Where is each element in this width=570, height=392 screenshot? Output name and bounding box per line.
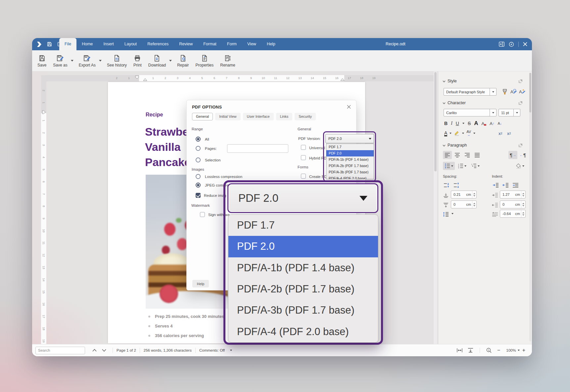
grow-font-button[interactable]: A↑: [490, 121, 494, 126]
top-margin-marker[interactable]: [42, 110, 46, 114]
properties-button[interactable]: Properties: [192, 53, 217, 69]
style-section-title[interactable]: Style: [448, 79, 457, 83]
export-as-button[interactable]: Export As: [75, 53, 99, 69]
create-pdf-checkbox[interactable]: [301, 174, 306, 179]
range-selection-radio[interactable]: [196, 157, 201, 162]
see-history-button[interactable]: See history: [104, 53, 130, 69]
clone-formatting-icon[interactable]: [501, 88, 508, 96]
vertical-ruler[interactable]: 21 1234567891011121314151617181920: [41, 75, 46, 344]
lossless-radio[interactable]: [196, 174, 201, 179]
dialog-close-icon[interactable]: [346, 104, 352, 109]
bold-button[interactable]: B: [444, 121, 448, 126]
comments-dropdown-icon[interactable]: [227, 346, 235, 354]
right-indent-marker[interactable]: [340, 78, 345, 81]
quick-save-icon[interactable]: [47, 42, 52, 47]
search-previous-icon[interactable]: [90, 346, 99, 354]
menu-tab[interactable]: Review: [174, 38, 198, 50]
font-size-select[interactable]: 11 pt: [499, 109, 520, 116]
collapse-chevron-icon[interactable]: [443, 80, 446, 82]
menu-tab[interactable]: Home: [76, 38, 98, 50]
zoom-in-button[interactable]: +: [520, 347, 528, 353]
char-spacing-button[interactable]: AV↔: [466, 130, 471, 137]
subscript-button[interactable]: x2: [507, 131, 511, 136]
chevron-down-icon[interactable]: [490, 109, 496, 116]
highlight-options-icon[interactable]: [462, 133, 464, 134]
dialog-tab[interactable]: Initial View: [215, 113, 240, 120]
stepper[interactable]: [521, 191, 525, 198]
dialog-tab[interactable]: Security: [295, 113, 316, 120]
update-style-icon[interactable]: A: [510, 88, 517, 96]
paragraph-section-title[interactable]: Paragraph: [448, 143, 467, 148]
new-style-icon[interactable]: A: [518, 88, 526, 96]
font-color-button[interactable]: A: [444, 131, 447, 136]
pages-input[interactable]: [227, 144, 288, 153]
magnified-pdf-version-select[interactable]: PDF 2.0: [227, 183, 378, 213]
save-as-dropdown-icon[interactable]: [71, 60, 73, 62]
fit-width-icon[interactable]: [454, 346, 465, 354]
increase-spacing-button[interactable]: [442, 181, 451, 189]
universal-checkbox[interactable]: [301, 145, 306, 150]
align-justify-button[interactable]: [473, 151, 482, 159]
collapse-chevron-icon[interactable]: [443, 145, 446, 147]
numbered-list-button[interactable]: 123: [456, 162, 468, 170]
hanging-indent-button[interactable]: [511, 181, 520, 189]
ltr-direction-button[interactable]: ¶→: [508, 151, 517, 159]
char-spacing-options-icon[interactable]: [473, 133, 475, 134]
indent-before-field[interactable]: 1.27 cm: [500, 191, 526, 198]
underline-button[interactable]: U: [456, 121, 459, 126]
align-left-button[interactable]: [443, 151, 452, 159]
save-as-button[interactable]: Save as: [50, 53, 71, 69]
pdf-version-option-magnified[interactable]: PDF 1.7: [228, 215, 378, 236]
zoom-reset-icon[interactable]: 1: [484, 346, 495, 354]
align-center-button[interactable]: [453, 151, 462, 159]
increase-indent-button[interactable]: [491, 181, 500, 189]
fit-page-icon[interactable]: [465, 346, 476, 354]
feedback-compass-icon[interactable]: [509, 42, 514, 47]
range-pages-radio[interactable]: [196, 146, 201, 151]
repair-button[interactable]: Repair: [174, 53, 192, 69]
superscript-button[interactable]: x2: [499, 131, 502, 136]
outline-list-button[interactable]: 1: [469, 162, 481, 170]
menu-tab[interactable]: File: [59, 38, 76, 50]
menu-tab[interactable]: Layout: [119, 38, 142, 50]
dialog-tab[interactable]: User Interface: [243, 113, 274, 120]
document-scrollbar[interactable]: [434, 71, 437, 344]
page-indicator[interactable]: Page 1 of 2: [117, 348, 136, 352]
reduce-image-checkbox[interactable]: [196, 193, 201, 198]
decrease-spacing-button[interactable]: [452, 181, 461, 189]
menu-tab[interactable]: View: [242, 38, 261, 50]
menu-tab[interactable]: Form: [222, 38, 242, 50]
character-dialog-launcher-icon[interactable]: [519, 101, 522, 105]
pdf-version-option-magnified[interactable]: PDF/A-2b (PDF 1.7 base): [228, 279, 378, 300]
hanging-indent-field[interactable]: -0.64 cm: [500, 210, 526, 218]
scrollbar-thumb[interactable]: [529, 73, 531, 112]
rename-button[interactable]: Rename: [217, 53, 238, 69]
menu-tab[interactable]: References: [142, 38, 174, 50]
chevron-down-icon[interactable]: [513, 109, 520, 116]
menu-tab[interactable]: Format: [198, 38, 222, 50]
menu-tab[interactable]: Help: [261, 38, 281, 50]
scrollbar-thumb[interactable]: [434, 72, 437, 171]
collapse-toolbar-icon[interactable]: [499, 42, 504, 47]
bullet-list-button[interactable]: [443, 162, 455, 170]
pdf-version-option-magnified[interactable]: PDF/A-3b (PDF 1.7 base): [228, 300, 378, 321]
zoom-out-button[interactable]: −: [495, 347, 503, 353]
paragraph-style-select[interactable]: Default Paragraph Style: [444, 88, 497, 96]
left-indent-marker[interactable]: [143, 78, 147, 81]
pdf-version-option-magnified[interactable]: PDF/A-4 (PDF 2.0 base): [228, 321, 378, 342]
sign-watermark-checkbox[interactable]: [200, 212, 205, 217]
italic-button[interactable]: I: [451, 121, 452, 126]
print-button[interactable]: Print: [130, 53, 145, 69]
menu-tab[interactable]: Insert: [98, 38, 119, 50]
space-above-field[interactable]: 0.21 cm: [451, 191, 477, 198]
stepper[interactable]: [521, 210, 525, 217]
search-next-icon[interactable]: [99, 346, 109, 354]
highlight-color-button[interactable]: [454, 130, 460, 136]
shrink-font-button[interactable]: A↓: [498, 121, 501, 125]
clear-formatting-button[interactable]: A: [482, 121, 485, 126]
save-button[interactable]: Save: [34, 53, 50, 69]
jpeg-radio[interactable]: [196, 183, 201, 188]
help-button[interactable]: Help: [192, 280, 209, 287]
stepper[interactable]: [472, 201, 476, 208]
stepper[interactable]: [521, 201, 525, 208]
